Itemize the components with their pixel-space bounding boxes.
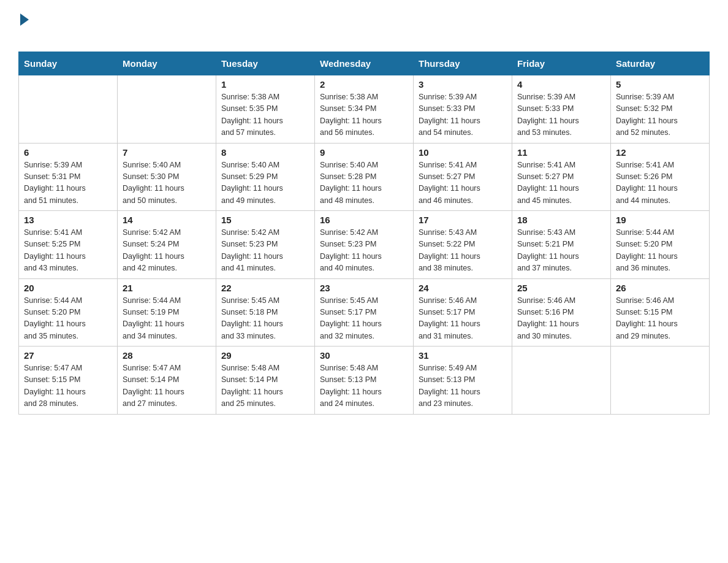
- day-number: 2: [320, 79, 408, 90]
- day-info: Sunrise: 5:46 AM Sunset: 5:16 PM Dayligh…: [517, 295, 605, 343]
- day-info: Sunrise: 5:38 AM Sunset: 5:34 PM Dayligh…: [320, 91, 408, 139]
- day-info: Sunrise: 5:42 AM Sunset: 5:24 PM Dayligh…: [123, 227, 211, 275]
- calendar-cell: 14Sunrise: 5:42 AM Sunset: 5:24 PM Dayli…: [118, 211, 216, 279]
- day-number: 23: [320, 283, 408, 293]
- day-number: 12: [616, 147, 704, 158]
- calendar-cell: 15Sunrise: 5:42 AM Sunset: 5:23 PM Dayli…: [216, 211, 315, 279]
- calendar-cell: [611, 347, 710, 415]
- calendar-cell: 25Sunrise: 5:46 AM Sunset: 5:16 PM Dayli…: [512, 278, 611, 347]
- day-number: 9: [320, 147, 408, 158]
- calendar-cell: [512, 347, 611, 415]
- calendar-cell: 5Sunrise: 5:39 AM Sunset: 5:32 PM Daylig…: [611, 75, 710, 144]
- day-number: 27: [24, 350, 112, 361]
- day-info: Sunrise: 5:49 AM Sunset: 5:13 PM Dayligh…: [419, 362, 507, 410]
- day-info: Sunrise: 5:39 AM Sunset: 5:31 PM Dayligh…: [24, 159, 112, 207]
- calendar-header-row: SundayMondayTuesdayWednesdayThursdayFrid…: [19, 52, 710, 75]
- calendar-cell: 27Sunrise: 5:47 AM Sunset: 5:15 PM Dayli…: [19, 347, 118, 415]
- day-number: 17: [419, 215, 507, 225]
- day-number: 1: [221, 79, 309, 90]
- calendar-day-header: Sunday: [19, 52, 118, 75]
- day-info: Sunrise: 5:44 AM Sunset: 5:19 PM Dayligh…: [123, 295, 211, 343]
- day-info: Sunrise: 5:40 AM Sunset: 5:30 PM Dayligh…: [123, 159, 211, 207]
- calendar-cell: [118, 75, 216, 144]
- day-number: 28: [123, 350, 211, 361]
- day-info: Sunrise: 5:48 AM Sunset: 5:13 PM Dayligh…: [320, 362, 408, 410]
- calendar-cell: 11Sunrise: 5:41 AM Sunset: 5:27 PM Dayli…: [512, 143, 611, 211]
- calendar-cell: 23Sunrise: 5:45 AM Sunset: 5:17 PM Dayli…: [315, 278, 414, 347]
- day-number: 30: [320, 350, 408, 361]
- day-info: Sunrise: 5:47 AM Sunset: 5:15 PM Dayligh…: [24, 362, 112, 410]
- day-info: Sunrise: 5:48 AM Sunset: 5:14 PM Dayligh…: [221, 362, 309, 410]
- day-number: 14: [123, 215, 211, 225]
- day-info: Sunrise: 5:40 AM Sunset: 5:28 PM Dayligh…: [320, 159, 408, 207]
- day-info: Sunrise: 5:47 AM Sunset: 5:14 PM Dayligh…: [123, 362, 211, 410]
- day-number: 26: [616, 283, 704, 293]
- day-number: 6: [24, 147, 112, 158]
- calendar-day-header: Saturday: [611, 52, 710, 75]
- calendar-cell: 3Sunrise: 5:39 AM Sunset: 5:33 PM Daylig…: [414, 75, 512, 144]
- calendar-cell: 30Sunrise: 5:48 AM Sunset: 5:13 PM Dayli…: [315, 347, 414, 415]
- calendar-table: SundayMondayTuesdayWednesdayThursdayFrid…: [18, 52, 710, 415]
- day-info: Sunrise: 5:39 AM Sunset: 5:32 PM Dayligh…: [616, 91, 704, 139]
- day-number: 20: [24, 283, 112, 293]
- calendar-cell: 9Sunrise: 5:40 AM Sunset: 5:28 PM Daylig…: [315, 143, 414, 211]
- calendar-cell: 12Sunrise: 5:41 AM Sunset: 5:26 PM Dayli…: [611, 143, 710, 211]
- calendar-cell: 7Sunrise: 5:40 AM Sunset: 5:30 PM Daylig…: [118, 143, 216, 211]
- day-info: Sunrise: 5:45 AM Sunset: 5:18 PM Dayligh…: [221, 295, 309, 343]
- calendar-cell: 29Sunrise: 5:48 AM Sunset: 5:14 PM Dayli…: [216, 347, 315, 415]
- day-number: 15: [221, 215, 309, 225]
- calendar-cell: 17Sunrise: 5:43 AM Sunset: 5:22 PM Dayli…: [414, 211, 512, 279]
- day-info: Sunrise: 5:41 AM Sunset: 5:25 PM Dayligh…: [24, 227, 112, 275]
- calendar-day-header: Wednesday: [315, 52, 414, 75]
- day-info: Sunrise: 5:41 AM Sunset: 5:27 PM Dayligh…: [419, 159, 507, 207]
- day-number: 4: [517, 79, 605, 90]
- day-info: Sunrise: 5:44 AM Sunset: 5:20 PM Dayligh…: [24, 295, 112, 343]
- calendar-cell: 24Sunrise: 5:46 AM Sunset: 5:17 PM Dayli…: [414, 278, 512, 347]
- calendar-week-row: 1Sunrise: 5:38 AM Sunset: 5:35 PM Daylig…: [19, 75, 710, 144]
- calendar-cell: 10Sunrise: 5:41 AM Sunset: 5:27 PM Dayli…: [414, 143, 512, 211]
- calendar-day-header: Friday: [512, 52, 611, 75]
- calendar-week-row: 6Sunrise: 5:39 AM Sunset: 5:31 PM Daylig…: [19, 143, 710, 211]
- page-header: [18, 12, 710, 45]
- calendar-cell: 31Sunrise: 5:49 AM Sunset: 5:13 PM Dayli…: [414, 347, 512, 415]
- day-info: Sunrise: 5:39 AM Sunset: 5:33 PM Dayligh…: [517, 91, 605, 139]
- day-number: 25: [517, 283, 605, 293]
- calendar-cell: 22Sunrise: 5:45 AM Sunset: 5:18 PM Dayli…: [216, 278, 315, 347]
- day-number: 8: [221, 147, 309, 158]
- calendar-cell: 20Sunrise: 5:44 AM Sunset: 5:20 PM Dayli…: [19, 278, 118, 347]
- calendar-cell: 28Sunrise: 5:47 AM Sunset: 5:14 PM Dayli…: [118, 347, 216, 415]
- calendar-cell: 4Sunrise: 5:39 AM Sunset: 5:33 PM Daylig…: [512, 75, 611, 144]
- day-number: 31: [419, 350, 507, 361]
- day-info: Sunrise: 5:42 AM Sunset: 5:23 PM Dayligh…: [221, 227, 309, 275]
- calendar-cell: 2Sunrise: 5:38 AM Sunset: 5:34 PM Daylig…: [315, 75, 414, 144]
- calendar-cell: 21Sunrise: 5:44 AM Sunset: 5:19 PM Dayli…: [118, 278, 216, 347]
- day-info: Sunrise: 5:41 AM Sunset: 5:26 PM Dayligh…: [616, 159, 704, 207]
- day-info: Sunrise: 5:43 AM Sunset: 5:21 PM Dayligh…: [517, 227, 605, 275]
- calendar-cell: 1Sunrise: 5:38 AM Sunset: 5:35 PM Daylig…: [216, 75, 315, 144]
- calendar-cell: 6Sunrise: 5:39 AM Sunset: 5:31 PM Daylig…: [19, 143, 118, 211]
- calendar-week-row: 27Sunrise: 5:47 AM Sunset: 5:15 PM Dayli…: [19, 347, 710, 415]
- day-info: Sunrise: 5:39 AM Sunset: 5:33 PM Dayligh…: [419, 91, 507, 139]
- day-info: Sunrise: 5:38 AM Sunset: 5:35 PM Dayligh…: [221, 91, 309, 139]
- day-info: Sunrise: 5:40 AM Sunset: 5:29 PM Dayligh…: [221, 159, 309, 207]
- calendar-cell: 19Sunrise: 5:44 AM Sunset: 5:20 PM Dayli…: [611, 211, 710, 279]
- calendar-day-header: Tuesday: [216, 52, 315, 75]
- day-number: 10: [419, 147, 507, 158]
- day-number: 16: [320, 215, 408, 225]
- day-info: Sunrise: 5:46 AM Sunset: 5:15 PM Dayligh…: [616, 295, 704, 343]
- calendar-cell: 16Sunrise: 5:42 AM Sunset: 5:23 PM Dayli…: [315, 211, 414, 279]
- logo-arrow-icon: [20, 13, 29, 26]
- day-info: Sunrise: 5:42 AM Sunset: 5:23 PM Dayligh…: [320, 227, 408, 275]
- day-info: Sunrise: 5:46 AM Sunset: 5:17 PM Dayligh…: [419, 295, 507, 343]
- day-number: 19: [616, 215, 704, 225]
- day-number: 29: [221, 350, 309, 361]
- calendar-day-header: Thursday: [414, 52, 512, 75]
- calendar-week-row: 13Sunrise: 5:41 AM Sunset: 5:25 PM Dayli…: [19, 211, 710, 279]
- day-info: Sunrise: 5:45 AM Sunset: 5:17 PM Dayligh…: [320, 295, 408, 343]
- day-number: 3: [419, 79, 507, 90]
- calendar-cell: 26Sunrise: 5:46 AM Sunset: 5:15 PM Dayli…: [611, 278, 710, 347]
- calendar-cell: 18Sunrise: 5:43 AM Sunset: 5:21 PM Dayli…: [512, 211, 611, 279]
- day-number: 7: [123, 147, 211, 158]
- calendar-cell: [19, 75, 118, 144]
- day-number: 5: [616, 79, 704, 90]
